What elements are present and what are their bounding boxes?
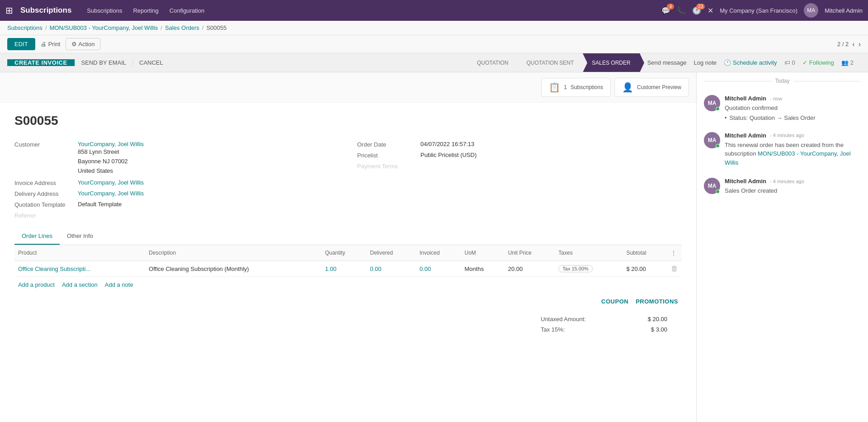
form-content: S00055 Customer YourCompany, Joel Willis… — [0, 103, 696, 356]
msg-text-2: This renewal order has been created from… — [725, 141, 861, 167]
msg-status-change: • Status: Quotation → Sales Order — [725, 114, 861, 121]
tabs: Order Lines Other Info — [14, 228, 682, 245]
coupon-area: COUPON PROMOTIONS — [14, 293, 682, 310]
col-delivered: Delivered — [366, 245, 415, 261]
quotation-template-value[interactable]: Default Template — [78, 201, 122, 208]
chat-icon[interactable]: 💬4 — [661, 6, 670, 15]
app-grid-icon[interactable]: ⊞ — [5, 5, 13, 16]
customer-name[interactable]: YourCompany, Joel Willis — [78, 141, 144, 147]
quantity[interactable]: 1.00 — [325, 266, 336, 272]
step-quotation[interactable]: QUOTATION — [468, 53, 518, 72]
status-bar: CREATE INVOICE SEND BY EMAIL CANCEL QUOT… — [0, 53, 868, 72]
pricelist-value[interactable]: Public Pricelist (USD) — [420, 152, 476, 158]
edit-button[interactable]: EDIT — [7, 38, 35, 50]
nav-configuration[interactable]: Configuration — [165, 5, 209, 17]
pagination: 2 / 2 ‹ › — [837, 40, 861, 48]
msg-time-2: - 4 minutes ago — [770, 133, 804, 138]
breadcrumb-sub003[interactable]: MON/SUB003 - YourCompany, Joel Willis — [50, 24, 158, 31]
phone-icon[interactable]: 📞 — [677, 6, 686, 15]
close-icon[interactable]: ✕ — [708, 6, 713, 15]
msg-content-3: Mitchell Admin - 4 minutes ago Sales Ord… — [725, 178, 861, 195]
untaxed-value: $ 20.00 — [640, 316, 667, 322]
order-lines-table: Product Description Quantity Delivered I… — [14, 245, 682, 277]
customer-preview-smart-button[interactable]: 👤 Customer Preview — [614, 78, 689, 97]
form-area: 📋 1 Subscriptions 👤 Customer Preview S00… — [0, 72, 696, 422]
breadcrumb-subscriptions[interactable]: Subscriptions — [7, 24, 42, 31]
company-name: My Company (San Francisco) — [720, 7, 797, 14]
cancel-button[interactable]: CANCEL — [132, 59, 170, 66]
table-header: Product Description Quantity Delivered I… — [14, 245, 682, 261]
breadcrumb-sales-orders[interactable]: Sales Orders — [165, 24, 199, 31]
avatar-initials: MA — [807, 7, 815, 14]
referrer-field: Referrer — [14, 210, 339, 221]
tab-other-info[interactable]: Other Info — [60, 228, 100, 245]
nav-subscriptions[interactable]: Subscriptions — [82, 5, 127, 17]
following-button[interactable]: ✓ Following — [802, 59, 834, 66]
chatter-panel: Today MA Mitchell Admin - now Quotation … — [696, 72, 868, 422]
step-quotation-sent[interactable]: QUOTATION SENT — [517, 53, 583, 72]
send-message-button[interactable]: Send message — [647, 59, 687, 66]
breadcrumb-current: S00055 — [206, 24, 226, 31]
customer-preview-label: Customer Preview — [637, 84, 681, 90]
log-note-button[interactable]: Log note — [693, 59, 717, 66]
tab-order-lines[interactable]: Order Lines — [14, 228, 60, 245]
top-nav-right: 💬4 📞 🕐23 ✕ My Company (San Francisco) MA… — [661, 3, 863, 18]
next-button[interactable]: › — [859, 40, 861, 48]
step-sales-order[interactable]: SALES ORDER — [583, 53, 639, 72]
add-note-link[interactable]: Add a note — [105, 281, 133, 288]
clock-badge: 23 — [696, 4, 705, 9]
avatar[interactable]: MA — [804, 3, 818, 18]
send-by-email-button[interactable]: SEND BY EMAIL — [75, 59, 132, 66]
status-action-buttons: CREATE INVOICE SEND BY EMAIL CANCEL — [7, 53, 170, 72]
user-name[interactable]: Mitchell Admin — [825, 7, 863, 14]
customer-label: Customer — [14, 141, 78, 148]
form-left-column: Customer YourCompany, Joel Willis 858 Ly… — [14, 139, 339, 221]
col-subtotal: Subtotal — [623, 245, 667, 261]
tax-badge[interactable]: Tax 15.00% — [558, 265, 592, 272]
breadcrumb: Subscriptions / MON/SUB003 - YourCompany… — [0, 21, 868, 35]
product-name[interactable]: Office Cleaning Subscripti... — [18, 266, 90, 272]
create-invoice-button[interactable]: CREATE INVOICE — [7, 59, 75, 66]
followers-button[interactable]: 👥 2 — [841, 59, 854, 66]
table-row: Office Cleaning Subscripti... Office Cle… — [14, 261, 682, 277]
order-date-label: Order Date — [357, 141, 420, 148]
delivered[interactable]: 0.00 — [370, 266, 381, 272]
tags-button[interactable]: 🏷 0 — [784, 59, 795, 66]
col-more: ⋮ — [667, 245, 682, 261]
tax-value: $ 3.00 — [640, 326, 667, 333]
avatar-1: MA — [704, 95, 720, 111]
col-taxes: Taxes — [555, 245, 623, 261]
msg-author-3: Mitchell Admin — [725, 178, 766, 185]
invoice-address-value[interactable]: YourCompany, Joel Willis — [78, 179, 144, 186]
totals-table: Untaxed Amount: $ 20.00 Tax 15%: $ 3.00 — [541, 314, 667, 335]
msg-time-1: - now — [770, 96, 782, 101]
msg-content-1: Mitchell Admin - now Quotation confirmed… — [725, 95, 861, 121]
action-button[interactable]: ⚙ Action — [66, 38, 100, 50]
chatter-message-2: MA Mitchell Admin - 4 minutes ago This r… — [697, 127, 868, 173]
invoiced[interactable]: 0.00 — [420, 266, 431, 272]
prev-button[interactable]: ‹ — [852, 40, 854, 48]
tax-label: Tax 15%: — [541, 326, 565, 333]
print-button[interactable]: 🖨 Print — [41, 41, 61, 47]
add-section-link[interactable]: Add a section — [62, 281, 98, 288]
delivery-address-value[interactable]: YourCompany, Joel Willis — [78, 190, 144, 197]
order-date-value[interactable]: 04/07/2022 16:57:13 — [420, 141, 474, 147]
pricelist-field: Pricelist Public Pricelist (USD) — [357, 150, 682, 161]
col-unit-price: Unit Price — [505, 245, 555, 261]
delete-row-button[interactable]: 🗑 — [671, 265, 678, 273]
coupon-button[interactable]: COUPON — [601, 298, 628, 305]
msg-text-3: Sales Order created — [725, 186, 861, 195]
clock-icon[interactable]: 🕐23 — [692, 6, 701, 15]
payment-terms-field: Payment Terms — [357, 161, 682, 171]
top-nav-menu: Subscriptions Reporting Configuration — [82, 5, 209, 17]
subscriptions-smart-button[interactable]: 📋 1 Subscriptions — [541, 78, 611, 97]
unit-price[interactable]: 20.00 — [505, 261, 555, 277]
order-number: S00055 — [14, 114, 682, 128]
pricelist-label: Pricelist — [357, 152, 420, 159]
nav-reporting[interactable]: Reporting — [128, 5, 163, 17]
add-product-link[interactable]: Add a product — [18, 281, 55, 288]
uom: Months — [461, 261, 505, 277]
msg-text-1: Quotation confirmed — [725, 104, 861, 113]
promotions-button[interactable]: PROMOTIONS — [636, 298, 678, 305]
schedule-activity-button[interactable]: 🕐 Schedule activity — [724, 59, 777, 66]
